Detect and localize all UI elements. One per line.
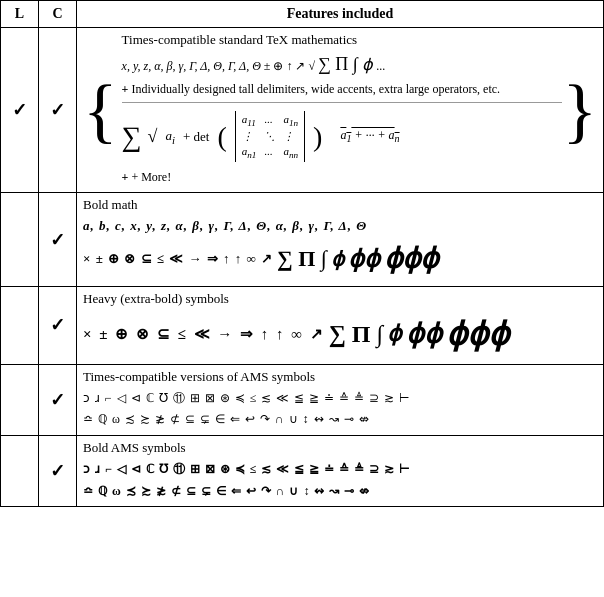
table-row: ✓ Bold AMS symbols ɔ ɹ ⌐ ◁ ⊲ ℂ ℧ ⑪ ⊞ ⊠ ⊛… <box>1 436 604 507</box>
row5-ams-line1: ɔ ɹ ⌐ ◁ ⊲ ℂ ℧ ⑪ ⊞ ⊠ ⊛ ≼ ≤ ≲ ≪ ≦ ≧ ≐ ≙ ≜ … <box>83 459 597 481</box>
row4-l-check <box>1 364 39 435</box>
checkmark-icon: ✓ <box>50 461 65 481</box>
row1-desc: + Individually designed tall delimiters,… <box>122 80 563 98</box>
table-row: ✓ Times-compatible versions of AMS symbo… <box>1 364 604 435</box>
row3-feature: Heavy (extra-bold) symbols × ± ⊕ ⊗ ⊆ ≤ ≪… <box>77 286 604 364</box>
header-c: C <box>39 1 77 28</box>
row1-feature: { Times-compatible standard TeX mathemat… <box>77 28 604 193</box>
row1-l-check: ✓ <box>1 28 39 193</box>
table-row: ✓ Bold math a, b, c, x, y, z, α, β, γ, Γ… <box>1 193 604 287</box>
row5-title: Bold AMS symbols <box>83 440 597 456</box>
header-l: L <box>1 1 39 28</box>
row4-title: Times-compatible versions of AMS symbols <box>83 369 597 385</box>
row3-c-check: ✓ <box>39 286 77 364</box>
row4-ams-line1: ɔ ɹ ⌐ ◁ ⊲ ℂ ℧ ⑪ ⊞ ⊠ ⊛ ≼ ≤ ≲ ≪ ≦ ≧ ≐ ≙ ≜ … <box>83 388 597 410</box>
row2-c-check: ✓ <box>39 193 77 287</box>
row2-l-check <box>1 193 39 287</box>
row2-feature: Bold math a, b, c, x, y, z, α, β, γ, Γ, … <box>77 193 604 287</box>
row1-more: + + More! <box>122 168 563 186</box>
table-row: ✓ ✓ { Times-compatible standard TeX math… <box>1 28 604 193</box>
row5-feature: Bold AMS symbols ɔ ɹ ⌐ ◁ ⊲ ℂ ℧ ⑪ ⊞ ⊠ ⊛ ≼… <box>77 436 604 507</box>
checkmark-icon: ✓ <box>12 100 27 120</box>
header-features: Features included <box>77 1 604 28</box>
table-row: ✓ Heavy (extra-bold) symbols × ± ⊕ ⊗ ⊆ ≤… <box>1 286 604 364</box>
row3-title: Heavy (extra-bold) symbols <box>83 291 597 307</box>
row3-l-check <box>1 286 39 364</box>
row2-math-1: a, b, c, x, y, z, α, β, γ, Γ, Δ, Θ, α, β… <box>83 216 597 236</box>
row4-feature: Times-compatible versions of AMS symbols… <box>77 364 604 435</box>
row1-c-check: ✓ <box>39 28 77 193</box>
checkmark-icon: ✓ <box>50 100 65 120</box>
row2-title: Bold math <box>83 197 597 213</box>
row5-c-check: ✓ <box>39 436 77 507</box>
checkmark-icon: ✓ <box>50 390 65 410</box>
row1-matrix-expr: ∑ √ ai + det ( a11 ... a1n ⋮ ⋱ ⋮ <box>122 111 400 162</box>
checkmark-icon: ✓ <box>50 230 65 250</box>
row1-math-inline: x, y, z, α, β, γ, Γ, Δ, Θ, Γ, Δ, Θ ± ⊕ ↑… <box>122 51 563 78</box>
row5-ams-line2: ≏ ℚ ω ≾ ≿ ≵ ⊄ ⊆ ⊊ ∈ ⇐ ↩ ↷ ∩ ∪ ↕ ↭ ↝ ⊸ ⇎ <box>83 481 597 503</box>
checkmark-icon: ✓ <box>50 315 65 335</box>
row1-title: Times-compatible standard TeX mathematic… <box>122 32 563 48</box>
row4-c-check: ✓ <box>39 364 77 435</box>
row3-math: × ± ⊕ ⊗ ⊆ ≤ ≪ → ⇒ ↑ ↑ ∞ ↗ ∑ Π ∫ ϕ ϕϕ ϕϕϕ <box>83 310 597 358</box>
row4-ams-line2: ≏ ℚ ω ≾ ≿ ≵ ⊄ ⊆ ⊊ ∈ ⇐ ↩ ↷ ∩ ∪ ↕ ↭ ↝ ⊸ ⇎ <box>83 409 597 431</box>
row5-l-check <box>1 436 39 507</box>
row2-math-2: × ± ⊕ ⊗ ⊆ ≤ ≪ → ⇒ ↑ ↑ ∞ ↗ ∑ Π ∫ ϕ ϕϕ ϕϕϕ <box>83 238 597 280</box>
